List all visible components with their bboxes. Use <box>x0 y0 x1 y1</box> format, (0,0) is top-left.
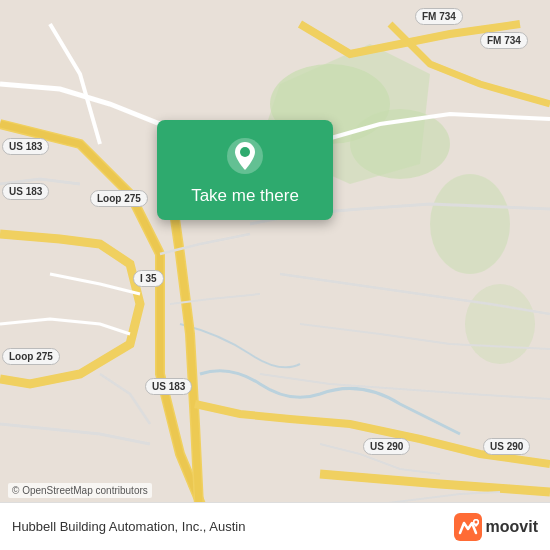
road-label-fm734-1: FM 734 <box>415 8 463 25</box>
svg-point-5 <box>465 284 535 364</box>
map-background <box>0 0 550 550</box>
take-me-there-label: Take me there <box>191 186 299 206</box>
moovit-text: moovit <box>486 518 538 536</box>
popup-card[interactable]: Take me there <box>157 120 333 220</box>
bottom-bar: Hubbell Building Automation, Inc., Austi… <box>0 502 550 550</box>
road-label-us290-1: US 290 <box>363 438 410 455</box>
osm-attribution: © OpenStreetMap contributors <box>8 483 152 498</box>
moovit-logo: moovit <box>454 513 538 541</box>
road-label-loop275-2: Loop 275 <box>2 348 60 365</box>
road-label-us183-bottom: US 183 <box>145 378 192 395</box>
svg-point-4 <box>430 174 510 274</box>
road-label-us290-2: US 290 <box>483 438 530 455</box>
road-label-fm734-2: FM 734 <box>480 32 528 49</box>
svg-point-10 <box>474 520 477 523</box>
moovit-icon <box>454 513 482 541</box>
svg-point-7 <box>240 147 250 157</box>
location-title: Hubbell Building Automation, Inc., Austi… <box>12 519 245 534</box>
location-pin-icon <box>225 136 265 176</box>
road-label-loop275-1: Loop 275 <box>90 190 148 207</box>
road-label-us183-2: US 183 <box>2 183 49 200</box>
map-container: FM 734 FM 734 US 183 US 183 Loop 275 Loo… <box>0 0 550 550</box>
road-label-i35: I 35 <box>133 270 164 287</box>
road-label-us183-1: US 183 <box>2 138 49 155</box>
